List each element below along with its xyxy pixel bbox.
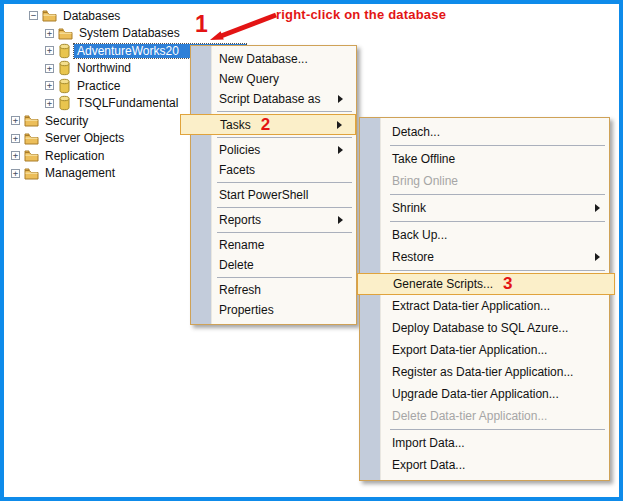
- menu-item-label: Delete Data-tier Application...: [392, 409, 547, 423]
- folder-icon: [42, 9, 57, 22]
- menu-item-tasks[interactable]: Tasks2: [180, 114, 356, 135]
- submenu-arrow-icon: [337, 121, 342, 129]
- menu-item-register-as-data-tier-application[interactable]: Register as Data-tier Application...: [360, 361, 609, 383]
- menu-separator: [217, 232, 352, 233]
- menu-separator: [390, 145, 605, 146]
- tasks-submenu-items: Detach...Take OfflineBring OnlineShrinkB…: [360, 118, 609, 480]
- menu-item-export-data[interactable]: Export Data...: [360, 454, 609, 476]
- menu-item-label: Upgrade Data-tier Application...: [392, 387, 559, 401]
- menu-separator: [390, 429, 605, 430]
- tasks-submenu: Detach...Take OfflineBring OnlineShrinkB…: [359, 117, 610, 481]
- menu-item-properties[interactable]: Properties: [191, 300, 356, 320]
- context-menu-items: New Database...New QueryScript Database …: [191, 46, 356, 324]
- tree-item-label: Security: [42, 114, 91, 128]
- step-1-badge: 1: [195, 13, 208, 35]
- annotation-arrow-icon: [202, 6, 284, 48]
- menu-item-detach[interactable]: Detach...: [360, 121, 609, 143]
- tree-item-label: Management: [42, 166, 118, 180]
- step-2-badge: 2: [261, 115, 270, 134]
- menu-item-back-up[interactable]: Back Up...: [360, 224, 609, 246]
- menu-item-label: Bring Online: [392, 174, 458, 188]
- annotation-note: right-click on the database: [276, 7, 446, 22]
- folder-icon: [24, 149, 39, 162]
- menu-item-export-data-tier-application[interactable]: Export Data-tier Application...: [360, 339, 609, 361]
- menu-item-new-query[interactable]: New Query: [191, 69, 356, 89]
- submenu-arrow-icon: [595, 253, 600, 261]
- folder-icon: [24, 132, 39, 145]
- menu-item-reports[interactable]: Reports: [191, 210, 356, 230]
- menu-item-rename[interactable]: Rename: [191, 235, 356, 255]
- screenshot-frame: −Databases+System Databases+AdventureWor…: [0, 0, 623, 501]
- menu-item-new-database[interactable]: New Database...: [191, 49, 356, 69]
- expand-toggle-icon[interactable]: +: [11, 116, 20, 125]
- menu-separator: [217, 111, 352, 112]
- tree-item-label: Server Objects: [42, 131, 127, 145]
- expand-toggle-icon[interactable]: +: [45, 64, 54, 73]
- menu-item-label: Tasks: [220, 118, 251, 132]
- menu-separator: [390, 194, 605, 195]
- menu-item-deploy-database-to-sql-azure[interactable]: Deploy Database to SQL Azure...: [360, 317, 609, 339]
- menu-item-label: Extract Data-tier Application...: [392, 299, 550, 313]
- database-icon: [58, 95, 71, 111]
- tree-item-label: Databases: [60, 9, 123, 23]
- submenu-arrow-icon: [338, 216, 343, 224]
- menu-item-label: Export Data-tier Application...: [392, 343, 547, 357]
- database-icon: [58, 43, 71, 59]
- expand-toggle-icon[interactable]: +: [45, 99, 54, 108]
- menu-item-delete-data-tier-application: Delete Data-tier Application...: [360, 405, 609, 427]
- menu-separator: [217, 277, 352, 278]
- menu-item-label: Start PowerShell: [219, 188, 308, 202]
- menu-item-label: Facets: [219, 163, 255, 177]
- menu-item-generate-scripts[interactable]: Generate Scripts...3: [357, 273, 615, 295]
- database-icon: [58, 78, 71, 94]
- menu-item-label: New Database...: [219, 52, 308, 66]
- menu-item-shrink[interactable]: Shrink: [360, 197, 609, 219]
- menu-item-label: New Query: [219, 72, 279, 86]
- menu-item-label: Import Data...: [392, 436, 465, 450]
- menu-item-delete[interactable]: Delete: [191, 255, 356, 275]
- menu-item-label: Deploy Database to SQL Azure...: [392, 321, 568, 335]
- menu-item-refresh[interactable]: Refresh: [191, 280, 356, 300]
- menu-item-label: Back Up...: [392, 228, 447, 242]
- expand-toggle-icon[interactable]: +: [11, 151, 20, 160]
- menu-item-upgrade-data-tier-application[interactable]: Upgrade Data-tier Application...: [360, 383, 609, 405]
- tree-item-label: TSQLFundamental: [74, 96, 181, 110]
- database-icon: [58, 60, 71, 76]
- menu-item-label: Restore: [392, 250, 434, 264]
- menu-item-start-powershell[interactable]: Start PowerShell: [191, 185, 356, 205]
- menu-item-script-database-as[interactable]: Script Database as: [191, 89, 356, 109]
- expand-toggle-icon[interactable]: +: [45, 46, 54, 55]
- tree-item-label: Northwind: [74, 61, 134, 75]
- menu-item-label: Register as Data-tier Application...: [392, 365, 573, 379]
- menu-item-policies[interactable]: Policies: [191, 140, 356, 160]
- folder-icon: [24, 114, 39, 127]
- menu-item-label: Rename: [219, 238, 264, 252]
- expand-toggle-icon[interactable]: +: [11, 134, 20, 143]
- menu-item-label: Generate Scripts...: [393, 277, 493, 291]
- menu-item-extract-data-tier-application[interactable]: Extract Data-tier Application...: [360, 295, 609, 317]
- menu-item-import-data[interactable]: Import Data...: [360, 432, 609, 454]
- expand-toggle-icon[interactable]: +: [45, 81, 54, 90]
- menu-item-take-offline[interactable]: Take Offline: [360, 148, 609, 170]
- menu-separator: [217, 137, 352, 138]
- expand-toggle-icon[interactable]: +: [11, 169, 20, 178]
- folder-icon: [58, 27, 73, 40]
- expand-toggle-icon[interactable]: +: [45, 29, 54, 38]
- menu-item-label: Policies: [219, 143, 260, 157]
- menu-item-bring-online: Bring Online: [360, 170, 609, 192]
- menu-item-label: Shrink: [392, 201, 426, 215]
- menu-item-label: Reports: [219, 213, 261, 227]
- menu-item-label: Script Database as: [219, 92, 320, 106]
- submenu-arrow-icon: [338, 95, 343, 103]
- menu-item-facets[interactable]: Facets: [191, 160, 356, 180]
- menu-separator: [217, 182, 352, 183]
- menu-item-restore[interactable]: Restore: [360, 246, 609, 268]
- menu-separator: [217, 207, 352, 208]
- collapse-toggle-icon[interactable]: −: [29, 11, 38, 20]
- menu-item-label: Take Offline: [392, 152, 455, 166]
- tree-item-label: Replication: [42, 149, 107, 163]
- menu-item-label: Properties: [219, 303, 274, 317]
- menu-item-label: Delete: [219, 258, 254, 272]
- menu-item-label: Export Data...: [392, 458, 465, 472]
- step-3-badge: 3: [503, 274, 512, 293]
